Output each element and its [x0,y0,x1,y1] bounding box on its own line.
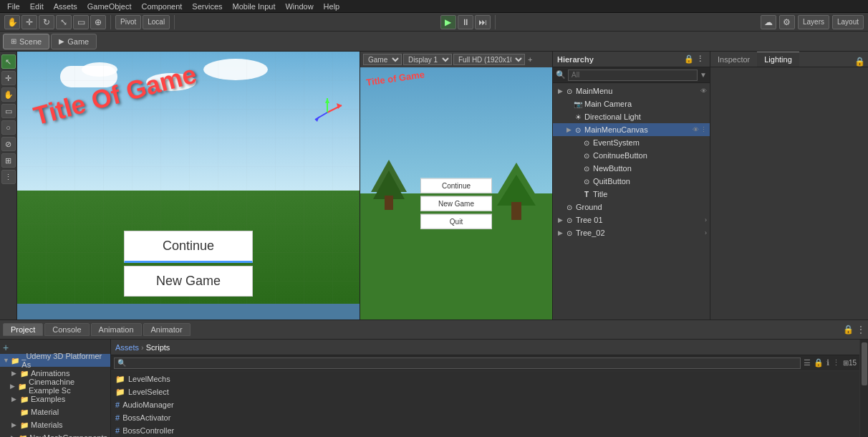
bottom-lock-icon[interactable]: 🔒 [843,325,854,335]
game-newgame-btn[interactable]: New Game [420,196,492,211]
menu-mobileinput[interactable]: Mobile Input [228,1,280,11]
assets-search-input[interactable] [114,357,801,369]
lighting-tab[interactable]: Lighting [757,52,799,67]
assets-breadcrumb: Assets › Scripts [111,340,859,355]
menu-window[interactable]: Window [281,1,317,11]
proj-ex-arrow: ▶ [11,395,20,403]
local-btn[interactable]: Local [143,15,170,29]
asset-levelselect[interactable]: 📁 LevelSelect [111,385,859,398]
hier-canvas-eye-icon[interactable]: 👁 [693,126,699,133]
menu-assets[interactable]: Assets [49,1,82,11]
proj-material[interactable]: 📁 Material [0,405,110,418]
grid-tool-btn[interactable]: ⊞ [1,153,16,168]
tab-project[interactable]: Project [3,323,43,336]
tab-console[interactable]: Console [44,323,89,336]
hier-mainmenucanvas[interactable]: ▶ ⊙ MainMenuCanvas 👁 ⋮ [553,123,710,136]
continue-big-btn[interactable]: Continue [124,231,253,263]
hier-quitbutton[interactable]: ⊙ QuitButton [553,175,710,188]
asset-levelmechs[interactable]: 📁 LevelMechs [111,373,859,385]
main-layout: ↖ ✛ ✋ ▭ ○ ⊘ ⊞ ⋮ Title Of Game [0,52,868,320]
combined-tool[interactable]: ⊕ [90,15,106,29]
cloud-btn[interactable]: ☁ [761,15,776,29]
assets-info-icon[interactable]: ℹ [826,358,829,368]
game-dropdown-3[interactable]: Full HD (1920x1080) [453,54,525,65]
game-view-add-btn[interactable]: + [528,55,532,64]
hier-lock-icon[interactable]: 🔒 [684,54,694,64]
asset-bossactivator[interactable]: # BossActivator [111,411,859,424]
hier-maincamera[interactable]: 📷 Main Camera [553,97,710,110]
hier-eventsystem[interactable]: ⊙ EventSystem [553,136,710,149]
menu-help[interactable]: Help [319,1,344,11]
game-tab-icon: ▶ [59,37,64,45]
asset-audiomanager[interactable]: # AudioManager [111,398,859,411]
proj-navmesh[interactable]: ▶ 📁 NavMeshComponents [0,431,110,437]
assets-lock-icon[interactable]: 🔒 [814,358,824,368]
rect-tool[interactable]: ▭ [73,15,89,29]
brush-tool-btn[interactable]: ⊘ [1,137,16,151]
rect-tool-btn[interactable]: ▭ [1,104,16,118]
assets-count: ⊞15 [843,359,857,367]
hierarchy-search-input[interactable] [568,69,698,81]
hier-tree02-label: Tree_02 [576,229,605,237]
hand-tool[interactable]: ✋ [4,15,20,29]
game-dropdown-2[interactable]: Display 1 [403,54,452,65]
hier-tree01-expand-icon[interactable]: › [705,216,707,224]
menu-file[interactable]: File [3,1,24,11]
hier-search-options[interactable]: ▼ [700,71,707,79]
proj-materials[interactable]: ▶ 📁 Materials [0,418,110,431]
menu-component[interactable]: Component [137,1,186,11]
assets-menu-icon[interactable]: ⋮ [832,358,840,368]
collab-btn[interactable]: ⚙ [779,15,795,29]
breadcrumb-root[interactable]: Assets [115,343,139,352]
hier-mainmenu-eye-icon[interactable]: 👁 [700,87,707,95]
layout-btn[interactable]: Layout [832,15,864,29]
move-tool[interactable]: ✛ [21,15,37,29]
extra-tool-btn[interactable]: ⋮ [1,170,16,184]
hier-tree01[interactable]: ▶ ⊙ Tree 01 › [553,213,710,226]
game-quit-btn[interactable]: Quit [420,214,492,229]
hier-canvas-menu-icon[interactable]: ⋮ [700,126,707,133]
hand-tool-btn[interactable]: ✋ [1,87,16,102]
hier-newbutton[interactable]: ⊙ NewButton [553,162,710,175]
pivot-btn[interactable]: Pivot [115,15,141,29]
scene-canvas[interactable]: Title Of Game Contin [17,52,360,304]
assets-scrollbar[interactable] [859,340,868,437]
hier-menu-icon[interactable]: ⋮ [696,54,704,64]
step-btn[interactable]: ⏭ [475,15,491,29]
hier-tree02[interactable]: ▶ ⊙ Tree_02 › [553,226,710,239]
menu-gameobject[interactable]: GameObject [83,1,136,11]
move-tool-btn[interactable]: ✛ [1,71,16,85]
hier-mainmenu[interactable]: ▶ ⊙ MainMenu 👁 [553,85,710,97]
hier-continuebutton[interactable]: ⊙ ConitnueButton [553,149,710,162]
select-tool-btn[interactable]: ↖ [1,54,16,69]
pause-btn[interactable]: ⏸ [458,15,473,29]
game-dropdown-1[interactable]: Game [363,54,402,65]
proj-ex-icon: 📁 [20,395,29,403]
inspector-lock-btn[interactable]: 🔒 [854,57,865,67]
assets-filter-icon[interactable]: ☰ [804,358,811,368]
menu-services[interactable]: Services [188,1,226,11]
asset-bosscontroller[interactable]: # BossController [111,424,859,437]
hier-ground[interactable]: ⊙ Ground [553,201,710,213]
menu-edit[interactable]: Edit [26,1,48,11]
scale-tool[interactable]: ⤡ [56,15,72,29]
newgame-big-btn[interactable]: New Game [124,266,253,297]
inspector-tab[interactable]: Inspector [710,52,757,67]
hier-title[interactable]: T Title [553,188,710,201]
game-tab[interactable]: ▶ Game [51,34,97,49]
bottom-menu-icon[interactable]: ⋮ [857,325,865,335]
play-btn[interactable]: ▶ [440,15,456,29]
hier-dirlight[interactable]: ☀ Directional Light [553,110,710,123]
circle-tool-btn[interactable]: ○ [1,120,16,135]
hier-canvas-label: MainMenuCanvas [584,125,648,134]
game-continue-btn[interactable]: Continue [420,178,492,193]
rotate-tool[interactable]: ↻ [39,15,54,29]
proj-root[interactable]: ▼ 📁 _Udemy 3D Platformer As [0,354,110,367]
hier-tree02-expand-icon[interactable]: › [705,229,707,236]
proj-cinemachine[interactable]: ▶ 📁 Cinemachine Example Sc [0,380,110,393]
tab-animator[interactable]: Animator [143,323,191,336]
layers-btn[interactable]: Layers [798,15,829,29]
hier-newbtn-icon: ⊙ [582,163,592,173]
tab-animation[interactable]: Animation [91,323,142,336]
scene-tab[interactable]: ⊞ Scene [3,34,49,49]
